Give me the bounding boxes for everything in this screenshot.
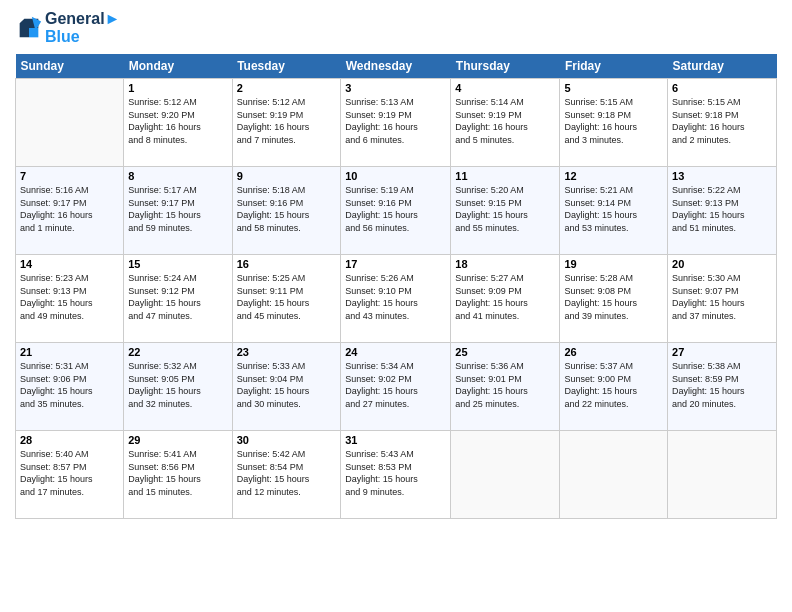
day-info: Sunrise: 5:14 AM Sunset: 9:19 PM Dayligh… [455,96,555,146]
calendar-day-cell: 6Sunrise: 5:15 AM Sunset: 9:18 PM Daylig… [668,79,777,167]
calendar-day-cell: 19Sunrise: 5:28 AM Sunset: 9:08 PM Dayli… [560,255,668,343]
logo-text: General► Blue [45,10,120,46]
day-info: Sunrise: 5:33 AM Sunset: 9:04 PM Dayligh… [237,360,337,410]
day-info: Sunrise: 5:17 AM Sunset: 9:17 PM Dayligh… [128,184,227,234]
weekday-header-row: SundayMondayTuesdayWednesdayThursdayFrid… [16,54,777,79]
day-number: 1 [128,82,227,94]
calendar-week-row: 1Sunrise: 5:12 AM Sunset: 9:20 PM Daylig… [16,79,777,167]
day-number: 20 [672,258,772,270]
calendar-day-cell [451,431,560,519]
day-info: Sunrise: 5:15 AM Sunset: 9:18 PM Dayligh… [672,96,772,146]
calendar-day-cell: 4Sunrise: 5:14 AM Sunset: 9:19 PM Daylig… [451,79,560,167]
day-number: 19 [564,258,663,270]
weekday-header-cell: Tuesday [232,54,341,79]
day-info: Sunrise: 5:38 AM Sunset: 8:59 PM Dayligh… [672,360,772,410]
calendar-week-row: 14Sunrise: 5:23 AM Sunset: 9:13 PM Dayli… [16,255,777,343]
calendar-day-cell: 21Sunrise: 5:31 AM Sunset: 9:06 PM Dayli… [16,343,124,431]
weekday-header-cell: Monday [124,54,232,79]
day-number: 14 [20,258,119,270]
day-info: Sunrise: 5:40 AM Sunset: 8:57 PM Dayligh… [20,448,119,498]
day-number: 18 [455,258,555,270]
calendar-day-cell: 27Sunrise: 5:38 AM Sunset: 8:59 PM Dayli… [668,343,777,431]
day-info: Sunrise: 5:16 AM Sunset: 9:17 PM Dayligh… [20,184,119,234]
day-number: 31 [345,434,446,446]
day-number: 23 [237,346,337,358]
calendar-day-cell: 28Sunrise: 5:40 AM Sunset: 8:57 PM Dayli… [16,431,124,519]
weekday-header-cell: Thursday [451,54,560,79]
calendar-day-cell: 8Sunrise: 5:17 AM Sunset: 9:17 PM Daylig… [124,167,232,255]
calendar-week-row: 28Sunrise: 5:40 AM Sunset: 8:57 PM Dayli… [16,431,777,519]
calendar-day-cell: 10Sunrise: 5:19 AM Sunset: 9:16 PM Dayli… [341,167,451,255]
day-number: 5 [564,82,663,94]
day-number: 15 [128,258,227,270]
day-number: 10 [345,170,446,182]
calendar-day-cell: 26Sunrise: 5:37 AM Sunset: 9:00 PM Dayli… [560,343,668,431]
day-number: 13 [672,170,772,182]
day-number: 21 [20,346,119,358]
day-info: Sunrise: 5:12 AM Sunset: 9:19 PM Dayligh… [237,96,337,146]
calendar-day-cell: 9Sunrise: 5:18 AM Sunset: 9:16 PM Daylig… [232,167,341,255]
logo: General► Blue [15,10,120,46]
calendar-day-cell: 13Sunrise: 5:22 AM Sunset: 9:13 PM Dayli… [668,167,777,255]
logo-icon [15,14,43,42]
day-info: Sunrise: 5:32 AM Sunset: 9:05 PM Dayligh… [128,360,227,410]
day-info: Sunrise: 5:12 AM Sunset: 9:20 PM Dayligh… [128,96,227,146]
weekday-header-cell: Sunday [16,54,124,79]
day-info: Sunrise: 5:13 AM Sunset: 9:19 PM Dayligh… [345,96,446,146]
day-number: 12 [564,170,663,182]
calendar-day-cell: 12Sunrise: 5:21 AM Sunset: 9:14 PM Dayli… [560,167,668,255]
calendar-day-cell: 20Sunrise: 5:30 AM Sunset: 9:07 PM Dayli… [668,255,777,343]
page-header: General► Blue [15,10,777,46]
day-info: Sunrise: 5:37 AM Sunset: 9:00 PM Dayligh… [564,360,663,410]
calendar-day-cell: 24Sunrise: 5:34 AM Sunset: 9:02 PM Dayli… [341,343,451,431]
calendar-table: SundayMondayTuesdayWednesdayThursdayFrid… [15,54,777,519]
day-number: 25 [455,346,555,358]
day-info: Sunrise: 5:20 AM Sunset: 9:15 PM Dayligh… [455,184,555,234]
weekday-header-cell: Wednesday [341,54,451,79]
day-number: 4 [455,82,555,94]
day-number: 26 [564,346,663,358]
day-info: Sunrise: 5:23 AM Sunset: 9:13 PM Dayligh… [20,272,119,322]
day-number: 24 [345,346,446,358]
day-info: Sunrise: 5:30 AM Sunset: 9:07 PM Dayligh… [672,272,772,322]
day-number: 28 [20,434,119,446]
calendar-day-cell: 18Sunrise: 5:27 AM Sunset: 9:09 PM Dayli… [451,255,560,343]
day-number: 7 [20,170,119,182]
page-container: General► Blue SundayMondayTuesdayWednesd… [0,0,792,529]
calendar-day-cell [560,431,668,519]
calendar-body: 1Sunrise: 5:12 AM Sunset: 9:20 PM Daylig… [16,79,777,519]
day-number: 3 [345,82,446,94]
svg-marker-1 [29,28,38,37]
calendar-day-cell: 3Sunrise: 5:13 AM Sunset: 9:19 PM Daylig… [341,79,451,167]
calendar-day-cell: 25Sunrise: 5:36 AM Sunset: 9:01 PM Dayli… [451,343,560,431]
day-number: 2 [237,82,337,94]
day-number: 6 [672,82,772,94]
day-number: 27 [672,346,772,358]
calendar-day-cell: 23Sunrise: 5:33 AM Sunset: 9:04 PM Dayli… [232,343,341,431]
day-info: Sunrise: 5:15 AM Sunset: 9:18 PM Dayligh… [564,96,663,146]
day-number: 11 [455,170,555,182]
weekday-header-cell: Friday [560,54,668,79]
day-info: Sunrise: 5:34 AM Sunset: 9:02 PM Dayligh… [345,360,446,410]
calendar-day-cell: 22Sunrise: 5:32 AM Sunset: 9:05 PM Dayli… [124,343,232,431]
day-number: 8 [128,170,227,182]
calendar-day-cell: 14Sunrise: 5:23 AM Sunset: 9:13 PM Dayli… [16,255,124,343]
calendar-day-cell: 15Sunrise: 5:24 AM Sunset: 9:12 PM Dayli… [124,255,232,343]
day-number: 22 [128,346,227,358]
day-info: Sunrise: 5:22 AM Sunset: 9:13 PM Dayligh… [672,184,772,234]
calendar-day-cell: 17Sunrise: 5:26 AM Sunset: 9:10 PM Dayli… [341,255,451,343]
day-info: Sunrise: 5:36 AM Sunset: 9:01 PM Dayligh… [455,360,555,410]
day-info: Sunrise: 5:19 AM Sunset: 9:16 PM Dayligh… [345,184,446,234]
calendar-day-cell: 7Sunrise: 5:16 AM Sunset: 9:17 PM Daylig… [16,167,124,255]
day-info: Sunrise: 5:42 AM Sunset: 8:54 PM Dayligh… [237,448,337,498]
day-info: Sunrise: 5:28 AM Sunset: 9:08 PM Dayligh… [564,272,663,322]
calendar-day-cell: 11Sunrise: 5:20 AM Sunset: 9:15 PM Dayli… [451,167,560,255]
calendar-day-cell: 30Sunrise: 5:42 AM Sunset: 8:54 PM Dayli… [232,431,341,519]
day-info: Sunrise: 5:31 AM Sunset: 9:06 PM Dayligh… [20,360,119,410]
day-info: Sunrise: 5:25 AM Sunset: 9:11 PM Dayligh… [237,272,337,322]
day-info: Sunrise: 5:43 AM Sunset: 8:53 PM Dayligh… [345,448,446,498]
day-info: Sunrise: 5:41 AM Sunset: 8:56 PM Dayligh… [128,448,227,498]
calendar-day-cell: 16Sunrise: 5:25 AM Sunset: 9:11 PM Dayli… [232,255,341,343]
calendar-day-cell: 2Sunrise: 5:12 AM Sunset: 9:19 PM Daylig… [232,79,341,167]
calendar-day-cell [16,79,124,167]
